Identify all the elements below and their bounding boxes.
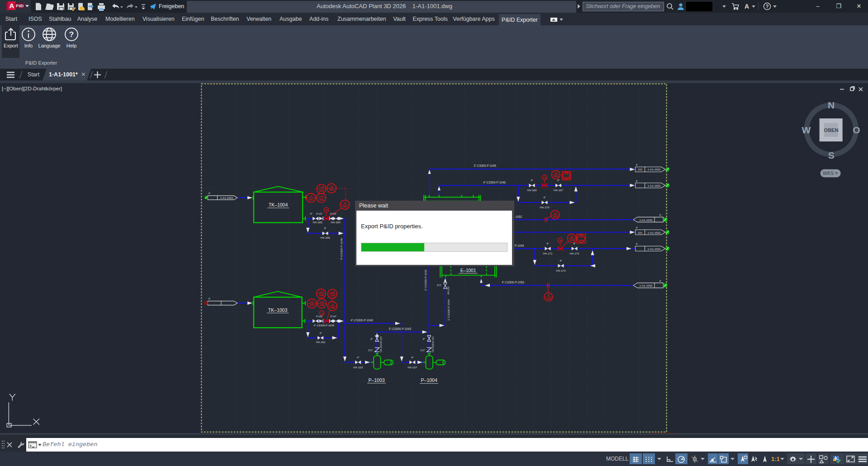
svg-text:3": 3" xyxy=(370,337,373,340)
svg-text:HA-172: HA-172 xyxy=(570,252,580,255)
svg-text:4": 4" xyxy=(573,242,576,245)
svg-text:HA-171: HA-171 xyxy=(543,252,553,255)
svg-text:1053: 1053 xyxy=(546,298,551,300)
svg-text:S/A: S/A xyxy=(325,209,328,211)
svg-text:?: ? xyxy=(766,4,769,9)
svg-text:O: O xyxy=(853,125,860,135)
svg-text:FI: FI xyxy=(547,294,550,297)
svg-text:OBEN: OBEN xyxy=(824,127,839,133)
svg-text:P–1004: P–1004 xyxy=(421,377,437,383)
svg-text:LAL: LAL xyxy=(319,195,324,198)
svg-text:ES: ES xyxy=(565,173,568,175)
svg-text:-1052: -1052 xyxy=(515,215,522,218)
svg-text:TK–1003: TK–1003 xyxy=(268,307,288,313)
svg-text:L/A: L/A xyxy=(543,176,546,179)
svg-text:1052: 1052 xyxy=(553,216,558,218)
svg-text:W: W xyxy=(802,125,811,135)
svg-text:ZS: ZS xyxy=(570,236,574,238)
svg-text:HA-161: HA-161 xyxy=(316,340,326,344)
svg-text:.: . xyxy=(640,184,640,187)
svg-text:4"-CS300-P-1040: 4"-CS300-P-1040 xyxy=(351,319,373,322)
svg-text:4"-CS300-P-1046: 4"-CS300-P-1046 xyxy=(483,181,506,184)
svg-text:1½": 1½" xyxy=(437,283,442,287)
svg-text:P: P xyxy=(659,214,661,217)
svg-text:4"x3": 4"x3" xyxy=(316,315,323,318)
svg-text:E–1001: E–1001 xyxy=(460,268,476,273)
svg-text:HA-173: HA-173 xyxy=(556,269,566,272)
svg-text:4": 4" xyxy=(543,196,546,199)
svg-text:1½": 1½" xyxy=(420,348,425,352)
svg-text:4": 4" xyxy=(357,356,360,359)
svg-text:1002: 1002 xyxy=(309,304,314,306)
svg-text:N: N xyxy=(828,100,835,110)
svg-text:P: P xyxy=(636,243,638,245)
svg-text:CK-102HA-151: CK-102HA-151 xyxy=(432,336,434,352)
svg-text:1046: 1046 xyxy=(553,175,558,178)
svg-text:TK–1004: TK–1004 xyxy=(269,202,288,207)
svg-text:3": 3" xyxy=(319,331,322,334)
svg-text:.: . xyxy=(214,301,215,305)
svg-text:WKS: WKS xyxy=(823,170,834,176)
svg-text:1-A1-1002: 1-A1-1002 xyxy=(220,196,233,199)
svg-text:1002: 1002 xyxy=(319,304,324,306)
svg-text:P3D: P3D xyxy=(16,4,24,8)
svg-text:101: 101 xyxy=(638,231,643,234)
svg-text:4": 4" xyxy=(560,259,562,262)
svg-text:1-A1-1002: 1-A1-1002 xyxy=(648,247,661,250)
svg-text:3": 3" xyxy=(422,337,425,340)
svg-text:LV: LV xyxy=(344,202,347,204)
svg-text:LAL: LAL xyxy=(320,301,324,303)
svg-text:4"-CS300-P-1039: 4"-CS300-P-1039 xyxy=(313,324,334,327)
svg-text:1002: 1002 xyxy=(318,294,323,297)
svg-text:P: P xyxy=(209,192,210,195)
svg-text:1-A1-1002: 1-A1-1002 xyxy=(648,168,661,171)
svg-text:HA-152: HA-152 xyxy=(447,287,450,295)
svg-text:HA-166: HA-166 xyxy=(321,236,331,239)
svg-text:S: S xyxy=(828,150,835,160)
svg-text:4": 4" xyxy=(546,242,549,245)
svg-text:HA-107: HA-107 xyxy=(408,366,417,369)
svg-text:LAH: LAH xyxy=(319,186,324,188)
svg-text:3": 3" xyxy=(324,226,327,230)
svg-text:P: P xyxy=(209,297,210,300)
svg-text:1001: 1001 xyxy=(308,199,313,201)
svg-text:ES: ES xyxy=(580,236,583,238)
svg-text:LV: LV xyxy=(331,304,334,306)
svg-text:?: ? xyxy=(69,30,74,39)
svg-text:3"-CS300-P-1042: 3"-CS300-P-1042 xyxy=(424,269,427,291)
svg-text:A: A xyxy=(745,3,749,10)
svg-text:1001: 1001 xyxy=(319,190,324,192)
svg-text:.: . xyxy=(659,218,659,221)
svg-text:1049: 1049 xyxy=(569,239,574,241)
svg-text:1-A1-1002: 1-A1-1002 xyxy=(648,231,661,234)
svg-text:.: . xyxy=(640,247,640,250)
svg-text:3"x4": 3"x4" xyxy=(330,315,337,318)
svg-text:.: . xyxy=(212,196,213,199)
svg-text:LIC: LIC xyxy=(310,301,314,303)
svg-text:1001: 1001 xyxy=(319,199,324,201)
svg-text:1002: 1002 xyxy=(330,307,335,309)
svg-text:[−][Oben][2D-Drahtkörper]: [−][Oben][2D-Drahtkörper] xyxy=(2,86,62,91)
svg-text:3"-CS300-P-1045: 3"-CS300-P-1045 xyxy=(474,164,496,167)
svg-text:4": 4" xyxy=(411,356,414,359)
svg-text:LT: LT xyxy=(310,195,313,198)
svg-text:P-1049: P-1049 xyxy=(515,244,524,247)
svg-text:P–1003: P–1003 xyxy=(368,377,384,383)
svg-text:P: P xyxy=(636,226,638,229)
svg-text:1½": 1½" xyxy=(368,348,373,352)
svg-text:4": 4" xyxy=(531,179,533,182)
svg-text:HA-167: HA-167 xyxy=(554,188,564,192)
svg-text:.: . xyxy=(227,301,228,305)
svg-text:L/A: L/A xyxy=(559,240,562,242)
svg-text:1049: 1049 xyxy=(579,240,583,242)
svg-text:102: 102 xyxy=(638,168,643,171)
svg-text:4"-CS300-P-1040: 4"-CS300-P-1040 xyxy=(340,238,343,260)
svg-text:LAH: LAH xyxy=(319,291,324,293)
svg-text:HA-165: HA-165 xyxy=(313,221,323,224)
svg-text:4": 4" xyxy=(557,179,560,182)
svg-text:1-A1-1002: 1-A1-1002 xyxy=(648,184,661,187)
svg-text:1002: 1002 xyxy=(330,295,335,297)
svg-text:P: P xyxy=(636,180,638,183)
svg-text:1046: 1046 xyxy=(564,177,569,179)
svg-text:CK-101HA-114: CK-101HA-114 xyxy=(379,336,382,352)
